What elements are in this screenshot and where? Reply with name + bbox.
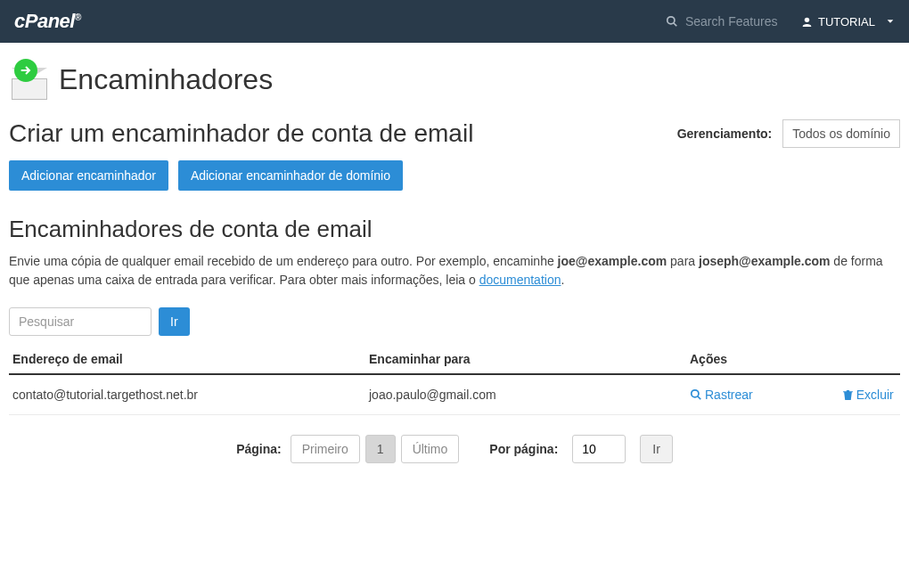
description: Envie uma cópia de qualquer email recebi… — [9, 252, 900, 290]
person-icon — [801, 16, 813, 28]
svg-point-3 — [692, 390, 699, 397]
topbar-search[interactable] — [666, 14, 783, 29]
list-heading: Encaminhadores de conta de email — [9, 216, 900, 243]
magnifier-icon — [690, 388, 702, 401]
perpage-label: Por página: — [489, 442, 558, 456]
first-page-button[interactable]: Primeiro — [291, 435, 360, 463]
svg-point-2 — [805, 17, 809, 21]
documentation-link[interactable]: documentation — [479, 273, 561, 287]
arrow-right-icon — [19, 63, 33, 78]
last-page-button[interactable]: Último — [401, 435, 460, 463]
trace-link[interactable]: Rastrear — [690, 388, 753, 402]
logo-reg: ® — [75, 12, 81, 22]
cell-email: contato@tutorial.targethost.net.br — [9, 374, 365, 415]
caret-down-icon — [886, 17, 895, 26]
logo-text: cPanel — [14, 10, 75, 32]
page-title: Encaminhadores — [59, 63, 273, 96]
page-label: Página: — [236, 442, 282, 456]
add-forwarder-button[interactable]: Adicionar encaminhador — [9, 160, 168, 191]
management-control: Gerenciamento: Todos os domínio — [677, 119, 900, 148]
topbar: cPanel® TUTORIAL — [0, 0, 909, 43]
table-search-row: Ir — [9, 307, 900, 336]
search-features-input[interactable] — [685, 14, 783, 29]
table-search-input[interactable] — [9, 307, 152, 336]
page-body: Encaminhadores Criar um encaminhador de … — [0, 43, 909, 472]
header-actions: Ações — [686, 345, 900, 374]
forwarders-table: Endereço de email Encaminhar para Ações … — [9, 345, 900, 415]
current-page-button[interactable]: 1 — [365, 435, 396, 463]
table-search-go-button[interactable]: Ir — [159, 307, 190, 336]
create-section-header: Criar um encaminhador de conta de email … — [9, 119, 900, 148]
header-email: Endereço de email — [9, 345, 365, 374]
svg-line-1 — [674, 23, 677, 27]
svg-line-4 — [698, 396, 701, 400]
table-row: contato@tutorial.targethost.net.br joao.… — [9, 374, 900, 415]
delete-link[interactable]: Excluir — [842, 388, 894, 402]
user-label: TUTORIAL — [818, 15, 875, 29]
svg-point-0 — [667, 17, 675, 24]
create-heading: Criar um encaminhador de conta de email — [9, 119, 473, 148]
perpage-go-button[interactable]: Ir — [640, 435, 673, 463]
cell-forward: joao.paulo@gmail.com — [365, 374, 686, 415]
cell-actions: Rastrear Excluir — [686, 374, 900, 415]
user-menu[interactable]: TUTORIAL — [801, 15, 895, 29]
management-select[interactable]: Todos os domínio — [782, 119, 900, 148]
forwarders-icon — [9, 59, 50, 100]
title-row: Encaminhadores — [9, 59, 900, 100]
add-domain-forwarder-button[interactable]: Adicionar encaminhador de domínio — [178, 160, 403, 191]
perpage-input[interactable] — [572, 435, 626, 463]
header-forward: Encaminhar para — [365, 345, 686, 374]
logo: cPanel® — [14, 10, 81, 33]
management-label: Gerenciamento: — [677, 127, 773, 141]
pagination: Página: Primeiro 1 Último Por página: Ir — [9, 435, 900, 463]
trash-icon — [842, 389, 854, 401]
create-buttons: Adicionar encaminhador Adicionar encamin… — [9, 160, 900, 191]
search-icon — [666, 15, 678, 28]
